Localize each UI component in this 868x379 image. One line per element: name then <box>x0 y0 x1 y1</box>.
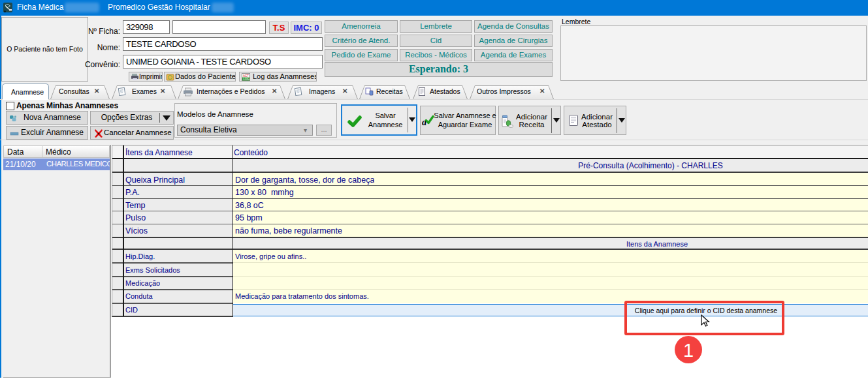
svg-text:ACT: ACT <box>243 74 249 78</box>
svg-text:LOG: LOG <box>244 78 250 81</box>
svg-text:a: a <box>422 117 426 127</box>
